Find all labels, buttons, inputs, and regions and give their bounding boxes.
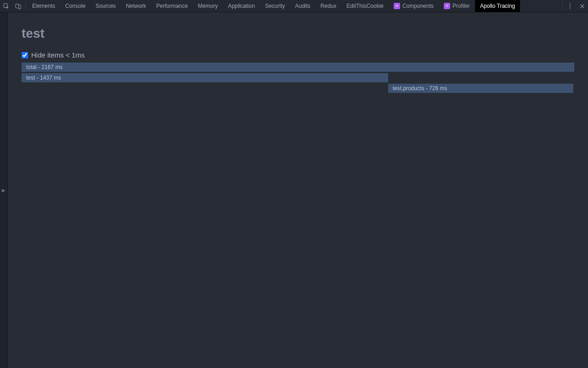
tab-profiler[interactable]: ⚛ Profiler (439, 0, 475, 12)
tab-sources[interactable]: Sources (90, 0, 121, 12)
trace-bar[interactable]: test.products - 726 ms (388, 84, 573, 93)
trace-row: test - 1437 ms (22, 73, 574, 82)
trace-bar[interactable]: total - 2167 ms (22, 63, 574, 72)
separator (562, 2, 563, 10)
close-icon[interactable] (576, 0, 588, 12)
kebab-menu-icon[interactable] (564, 0, 576, 12)
hide-items-filter[interactable]: Hide items < 1ms (22, 51, 574, 59)
tab-apollo-tracing[interactable]: Apollo Tracing (475, 0, 520, 12)
trace-row: test.products - 726 ms (22, 84, 574, 93)
separator (25, 2, 26, 10)
trace-bar-label: test - 1437 ms (26, 75, 61, 81)
expand-drawer-icon: ▶ (2, 188, 6, 193)
page-title: test (22, 26, 574, 41)
tab-components[interactable]: ⚛ Components (389, 0, 439, 12)
svg-point-5 (570, 7, 571, 8)
svg-rect-2 (18, 5, 21, 8)
apollo-tracing-panel: test Hide items < 1ms total - 2167 mstes… (8, 12, 588, 368)
trace-bar-label: test.products - 726 ms (393, 85, 447, 92)
tab-network[interactable]: Network (121, 0, 151, 12)
react-icon: ⚛ (444, 3, 450, 9)
tab-editthiscookie[interactable]: EditThisCookie (341, 0, 389, 12)
tab-elements[interactable]: Elements (27, 0, 60, 12)
devtools-tabstrip: Elements Console Sources Network Perform… (0, 0, 588, 12)
tab-performance[interactable]: Performance (151, 0, 193, 12)
hide-items-checkbox[interactable] (22, 52, 28, 58)
tab-security[interactable]: Security (260, 0, 290, 12)
svg-point-4 (570, 6, 571, 6)
trace-bar-label: total - 2167 ms (26, 64, 62, 70)
tab-audits[interactable]: Audits (290, 0, 315, 12)
inspect-element-icon[interactable] (0, 0, 12, 12)
react-icon: ⚛ (394, 3, 400, 9)
trace-row: total - 2167 ms (22, 63, 574, 72)
tab-memory[interactable]: Memory (193, 0, 223, 12)
trace-waterfall: total - 2167 mstest - 1437 mstest.produc… (22, 63, 574, 93)
tab-application[interactable]: Application (223, 0, 260, 12)
hide-items-label: Hide items < 1ms (31, 51, 85, 59)
device-toggle-icon[interactable] (12, 0, 24, 12)
tab-redux[interactable]: Redux (316, 0, 342, 12)
tab-console[interactable]: Console (60, 0, 90, 12)
trace-bar[interactable]: test - 1437 ms (22, 73, 388, 82)
svg-point-3 (570, 3, 571, 4)
side-drawer-rail[interactable]: ▶ (0, 12, 8, 368)
